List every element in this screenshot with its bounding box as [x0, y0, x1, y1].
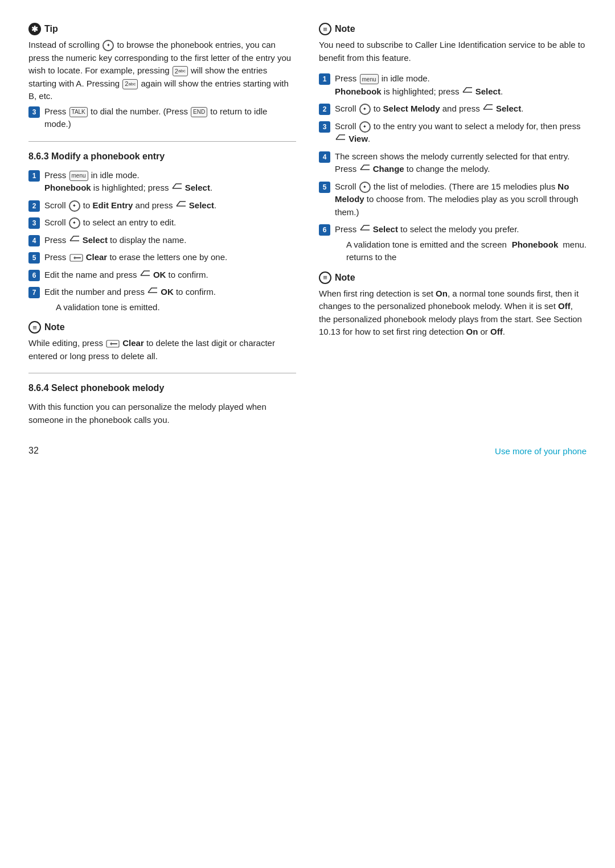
left-column: ✱ Tip Instead of scrolling to browse the… [28, 23, 296, 429]
softkey-icon-r1 [462, 85, 473, 94]
badge-863-4: 4 [28, 235, 40, 246]
softkey-icon-r6 [359, 223, 371, 232]
scroll-icon-r3 [359, 121, 371, 133]
note-editing: ≡ Note While editing, press Clear to del… [28, 321, 296, 363]
section-864: 8.6.4 Select phonebook melody With this … [28, 381, 296, 426]
tip-icon: ✱ [28, 23, 41, 35]
softkey-icon-6 [140, 269, 151, 278]
badge-863-6: 6 [28, 270, 40, 281]
step-863-5: 5 Press Clear to erase the letters one b… [28, 251, 296, 264]
right-step-2-content: Scroll to Select Melody and press Select… [335, 102, 587, 116]
step-863-7: 7 Edit the number and press OK to confir… [28, 286, 296, 315]
section-863-steps: 1 Press menu in idle mode. Phonebook is … [28, 169, 296, 316]
step-863-1: 1 Press menu in idle mode. Phonebook is … [28, 169, 296, 195]
step-863-5-content: Press Clear to erase the letters one by … [44, 251, 296, 264]
tip-step-3: 3 Press TALK to dial the number. (Press … [28, 105, 296, 131]
section-863: 8.6.3 Modify a phonebook entry 1 Press m… [28, 150, 296, 316]
badge-863-1: 1 [28, 170, 40, 182]
right-step-6-bullet-1: A validation tone is emitted and the scr… [346, 238, 587, 264]
menu-key-r1: menu [360, 74, 379, 84]
badge-863-7: 7 [28, 287, 40, 298]
section-864-body: With this function you can personalize t… [28, 401, 296, 426]
note-caller-body: You need to subscribe to Caller Line Ide… [319, 39, 587, 64]
note-editing-body: While editing, press Clear to delete the… [28, 337, 296, 363]
right-badge-3: 3 [319, 121, 330, 133]
note-editing-icon: ≡ [28, 321, 41, 334]
step-863-7-bullets: A validation tone is emitted. [44, 301, 296, 314]
right-step-6-content: Press Select to select the melody you pr… [335, 223, 587, 266]
footer-tagline: Use more of your phone [495, 446, 587, 456]
right-step-6-bullets: A validation tone is emitted and the scr… [335, 238, 587, 264]
note-caller-icon: ≡ [319, 23, 331, 35]
note-caller: ≡ Note You need to subscribe to Caller L… [319, 23, 587, 64]
note-ring-label: Note [335, 273, 355, 283]
menu-key: menu [69, 171, 88, 181]
step-863-4-content: Press Select to display the name. [44, 234, 296, 247]
end-key-icon: END [191, 107, 207, 117]
softkey-icon-r4 [359, 163, 371, 172]
page-content: ✱ Tip Instead of scrolling to browse the… [28, 23, 587, 429]
step-badge-3: 3 [28, 106, 40, 118]
right-step-3: 3 Scroll to the entry you want to select… [319, 120, 587, 146]
tip-label: Tip [44, 24, 58, 34]
tip-body: Instead of scrolling to browse the phone… [28, 39, 296, 103]
tip-steps: 3 Press TALK to dial the number. (Press … [28, 105, 296, 131]
softkey-icon-1 [171, 182, 183, 191]
right-step-5: 5 Scroll the list of melodies. (There ar… [319, 180, 587, 219]
step-863-3-content: Scroll to select an entry to edit. [44, 216, 296, 229]
softkey-icon-2 [175, 199, 187, 208]
step-863-7-content: Edit the number and press OK to confirm.… [44, 286, 296, 315]
note-ring-body: When first ring detection is set On, a n… [319, 287, 587, 339]
step-863-2: 2 Scroll to Edit Entry and press Select. [28, 199, 296, 212]
right-badge-6: 6 [319, 224, 330, 236]
scroll-icon-r2 [359, 104, 371, 115]
key-2b-icon: 2abc [122, 79, 138, 89]
step-863-1-content: Press menu in idle mode. Phonebook is hi… [44, 169, 296, 195]
step-863-6: 6 Edit the name and press OK to confirm. [28, 269, 296, 282]
clear-key-icon [69, 253, 83, 262]
right-step-4-content: The screen shows the melody currently se… [335, 150, 587, 176]
right-step-1-content: Press menu in idle mode. Phonebook is hi… [335, 72, 587, 98]
clear-icon-note [106, 339, 120, 348]
badge-863-3: 3 [28, 217, 40, 229]
right-step-3-content: Scroll to the entry you want to select a… [335, 120, 587, 146]
right-column: ≡ Note You need to subscribe to Caller L… [319, 23, 587, 429]
right-badge-4: 4 [319, 151, 330, 163]
page-footer: 32 Use more of your phone [28, 446, 587, 456]
talk-key-icon: TALK [69, 107, 88, 117]
step-863-7-bullet-1: A validation tone is emitted. [56, 301, 296, 314]
scroll-icon [102, 40, 114, 51]
tip-step-3-content: Press TALK to dial the number. (Press EN… [44, 105, 296, 131]
right-badge-2: 2 [319, 104, 330, 115]
scroll-icon-r5 [359, 182, 371, 193]
note-ring-header: ≡ Note [319, 271, 587, 284]
section-864-title: 8.6.4 Select phonebook melody [28, 381, 296, 395]
note-ring: ≡ Note When first ring detection is set … [319, 271, 587, 339]
tip-box: ✱ Tip Instead of scrolling to browse the… [28, 23, 296, 131]
note-editing-header: ≡ Note [28, 321, 296, 334]
softkey-icon-4 [69, 234, 80, 243]
section-863-title: 8.6.3 Modify a phonebook entry [28, 150, 296, 163]
right-badge-5: 5 [319, 182, 330, 193]
right-step-4: 4 The screen shows the melody currently … [319, 150, 587, 176]
softkey-icon-r2 [482, 102, 494, 112]
note-ring-icon: ≡ [319, 271, 331, 284]
softkey-icon-7 [147, 286, 158, 295]
right-step-5-content: Scroll the list of melodies. (There are … [335, 180, 587, 219]
badge-863-2: 2 [28, 200, 40, 212]
scroll-icon-3 [69, 217, 80, 229]
badge-863-5: 5 [28, 252, 40, 264]
step-863-4: 4 Press Select to display the name. [28, 234, 296, 247]
right-badge-1: 1 [319, 73, 330, 85]
right-step-1: 1 Press menu in idle mode. Phonebook is … [319, 72, 587, 98]
divider-2 [28, 373, 296, 373]
right-steps: 1 Press menu in idle mode. Phonebook is … [319, 72, 587, 266]
note-caller-label: Note [335, 24, 355, 34]
right-step-6: 6 Press Select to select the melody you … [319, 223, 587, 266]
right-step-2: 2 Scroll to Select Melody and press Sele… [319, 102, 587, 116]
page-number: 32 [28, 446, 39, 456]
step-863-3: 3 Scroll to select an entry to edit. [28, 216, 296, 229]
svg-marker-8 [110, 342, 117, 345]
step-863-6-content: Edit the name and press OK to confirm. [44, 269, 296, 282]
softkey-icon-r3 [335, 133, 346, 142]
